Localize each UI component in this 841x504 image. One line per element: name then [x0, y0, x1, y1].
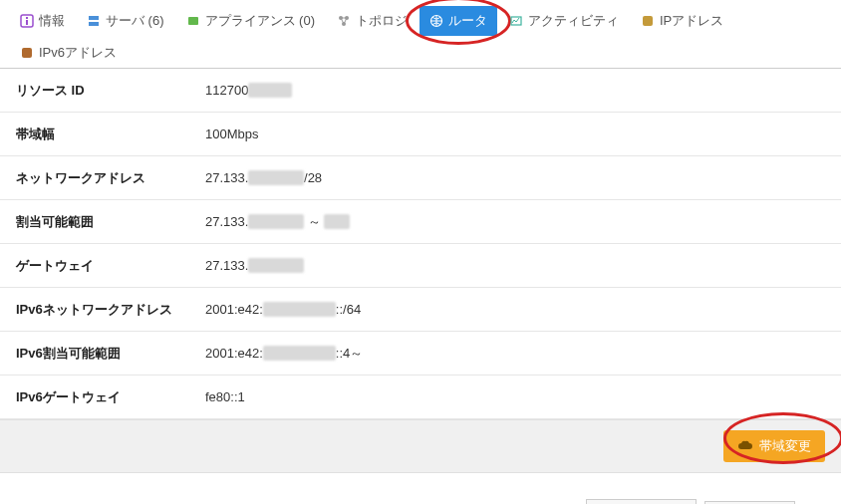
tab-label: アプライアンス (0)	[205, 12, 316, 30]
svg-rect-12	[22, 48, 32, 58]
feedback-button[interactable]: FEEDBACK	[704, 501, 795, 505]
row-resource-id: リソース ID 112700XXXXX	[0, 69, 841, 113]
tab-server[interactable]: サーバ (6)	[77, 6, 174, 36]
tab-appliance[interactable]: アプライアンス (0)	[176, 6, 326, 36]
tab-label: ルータ	[448, 12, 487, 30]
appliance-icon	[186, 14, 200, 28]
sound-toggle-button[interactable]: サウンド:Off	[586, 499, 697, 504]
label-bandwidth: 帯域幅	[16, 126, 205, 143]
tab-label: IPアドレス	[660, 12, 723, 30]
value-ipv6-assignable: 2001:e42:XXXX:XXXX::4～	[205, 345, 363, 363]
value-ipv6-network: 2001:e42:XXXX:XXXX::/64	[205, 302, 361, 317]
row-ipv6-network: IPv6ネットワークアドレス 2001:e42:XXXX:XXXX::/64	[0, 288, 841, 332]
globe-icon	[429, 14, 443, 28]
tab-ipv6-address[interactable]: IPv6アドレス	[10, 38, 127, 68]
svg-rect-4	[89, 22, 99, 26]
label-assignable-range: 割当可能範囲	[16, 213, 205, 231]
svg-rect-10	[511, 17, 521, 25]
activity-icon	[509, 14, 523, 28]
row-assignable-range: 割当可能範囲 27.133.XXX.XXX ～ XXX	[0, 200, 841, 244]
change-bandwidth-button[interactable]: 帯域変更	[723, 430, 825, 462]
tab-bar: 情報 サーバ (6) アプライアンス (0) トポロジ ルータ アクティビティ	[0, 0, 841, 69]
change-bandwidth-label: 帯域変更	[759, 437, 811, 455]
tab-activity[interactable]: アクティビティ	[499, 6, 629, 36]
label-network-address: ネットワークアドレス	[16, 169, 205, 187]
value-ipv6-gateway: fe80::1	[205, 389, 245, 404]
label-ipv6-assignable: IPv6割当可能範囲	[16, 345, 205, 363]
row-gateway: ゲートウェイ 27.133.XXX.XXX	[0, 244, 841, 288]
value-network-address: 27.133.XXX.XXX/28	[205, 170, 322, 185]
svg-rect-3	[89, 16, 99, 20]
row-ipv6-gateway: IPv6ゲートウェイ fe80::1	[0, 376, 841, 419]
svg-rect-11	[643, 16, 653, 26]
tab-label: IPv6アドレス	[39, 44, 117, 62]
footer-bar: サウンド:Off FEEDBACK i	[0, 473, 841, 504]
svg-rect-5	[188, 17, 198, 25]
tab-topology[interactable]: トポロジ	[327, 6, 418, 36]
tab-label: アクティビティ	[528, 12, 619, 30]
topology-icon	[337, 14, 351, 28]
value-gateway: 27.133.XXX.XXX	[205, 258, 304, 273]
row-ipv6-assignable: IPv6割当可能範囲 2001:e42:XXXX:XXXX::4～	[0, 332, 841, 376]
tab-router[interactable]: ルータ	[420, 6, 497, 36]
label-ipv6-gateway: IPv6ゲートウェイ	[16, 388, 205, 406]
tab-label: サーバ (6)	[106, 12, 164, 30]
router-details: リソース ID 112700XXXXX 帯域幅 100Mbps ネットワークアド…	[0, 69, 841, 419]
cloud-icon	[737, 440, 753, 452]
row-bandwidth: 帯域幅 100Mbps	[0, 113, 841, 156]
tab-ip-address[interactable]: IPアドレス	[631, 6, 733, 36]
ipv6-icon	[20, 46, 34, 60]
info-tab-icon	[20, 14, 34, 28]
tab-info[interactable]: 情報	[10, 6, 75, 36]
ip-icon	[641, 14, 655, 28]
tab-label: トポロジ	[356, 12, 408, 30]
tab-label: 情報	[39, 12, 65, 30]
row-network-address: ネットワークアドレス 27.133.XXX.XXX/28	[0, 156, 841, 200]
label-resource-id: リソース ID	[16, 82, 205, 100]
svg-rect-1	[26, 17, 28, 19]
server-icon	[87, 14, 101, 28]
action-bar: 帯域変更	[0, 419, 841, 473]
svg-rect-2	[26, 20, 28, 25]
label-ipv6-network: IPv6ネットワークアドレス	[16, 301, 205, 319]
value-assignable-range: 27.133.XXX.XXX ～ XXX	[205, 213, 350, 231]
value-resource-id: 112700XXXXX	[205, 83, 292, 98]
label-gateway: ゲートウェイ	[16, 257, 205, 275]
value-bandwidth: 100Mbps	[205, 126, 258, 141]
